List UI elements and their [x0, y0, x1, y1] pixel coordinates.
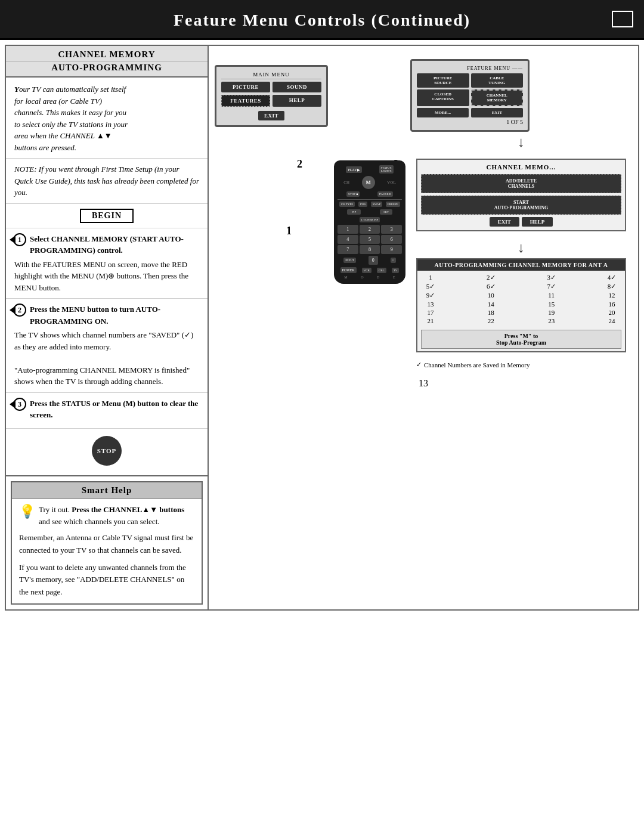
num-7: 7	[338, 245, 358, 254]
main-menu-label: MAIN MENU	[221, 72, 321, 79]
ch-label: CH	[343, 180, 349, 185]
step-3-header: 3 Press the STATUS or Menu (M) button to…	[13, 398, 200, 421]
cell-11: 11	[543, 292, 560, 299]
auto-prog-title: AUTO-PROGRAMMING CHANNEL MEMORY FOR ANT …	[417, 259, 625, 271]
right-column: 2 3 1 MAIN MENU PICTURE SOUND FEATURES H…	[209, 46, 638, 609]
checkmark-icon: ✓	[416, 361, 422, 368]
press-m-box: Press "M" toStop Auto-Program	[421, 330, 621, 349]
intro-line: Your TV can automatically set itself for…	[14, 85, 128, 152]
smart-help-tip3: If you want to delete any unwanted chann…	[19, 562, 194, 599]
remote-bottom-row: INPUT 0 ○	[338, 256, 402, 265]
tip1-rest: and see which channels you can select.	[39, 517, 160, 526]
num-9: 9	[381, 245, 402, 254]
cell-6: 6✓	[482, 283, 499, 290]
exit-btn: EXIT	[258, 111, 284, 120]
panel-exit-row: EXIT HELP	[421, 217, 621, 227]
cell-19: 19	[543, 309, 560, 316]
stop-btn-remote: STOP ■	[346, 191, 360, 197]
feature-tv-wrap: FEATURE MENU —— PICTURESOURCE CABLETUNIN…	[410, 59, 632, 132]
cable-btn: CBL	[377, 268, 386, 273]
cable-tuning-btn: CABLETUNING	[471, 73, 524, 88]
step-2-section: 2 Press the MENU button to turn AUTO-PRO…	[6, 299, 208, 393]
begin-label: BEGIN	[80, 209, 134, 223]
panel-help-btn: HELP	[522, 217, 553, 227]
header-title: Feature Menu Controls (Continued)	[174, 11, 470, 29]
channel-memory-btn: CHANNELMEMORY	[471, 89, 524, 106]
cell-23: 23	[543, 317, 560, 324]
arrow-down-2: ↓	[410, 240, 632, 256]
cell-15: 15	[543, 301, 560, 308]
vol-label: VOL	[387, 180, 395, 185]
help-btn: HELP	[273, 95, 321, 107]
step-2-body: The TV shows which channel numbers are "…	[13, 329, 200, 388]
cell-5: 5✓	[422, 283, 439, 290]
note-text: NOTE: If you went through First Time Set…	[6, 159, 208, 204]
closed-captions-btn: CLOSEDCAPTIONS	[417, 89, 469, 106]
mute-btn: ○	[391, 258, 396, 263]
cell-16: 16	[603, 301, 620, 308]
step-1-section: 1 Select CHANNEL MEMORY (START AUTO-PROG…	[6, 228, 208, 299]
remote-pause-row: STOP ■ PAUSE II	[338, 191, 402, 197]
swap-btn: SWAP	[371, 202, 382, 207]
auto-prog-table: 1 2✓ 3✓ 4✓ 5✓ 6✓ 7✓ 8✓ 9✓	[417, 271, 625, 327]
tuner-row: 1 TUNER PIP	[338, 217, 402, 222]
diagram-step-2: 2	[297, 158, 302, 171]
num-3: 3	[381, 225, 402, 234]
prog-row-3: 13 14 15 16	[422, 300, 620, 308]
prog-row-5: 21 22 23 24	[422, 317, 620, 325]
arrow-down-1: ↓	[410, 134, 632, 150]
page-number: 13	[209, 371, 638, 394]
step-1-body: With the FEATURES MENU on screen, move t…	[13, 259, 200, 294]
picture-source-btn: PICTURESOURCE	[417, 73, 469, 88]
freeze-btn: FREEZE	[386, 202, 400, 207]
num-6: 6	[381, 235, 402, 244]
tv-diagrams: 2 3 1 MAIN MENU PICTURE SOUND FEATURES H…	[209, 46, 638, 371]
step-3-title: Press the STATUS or Menu (M) button to c…	[30, 398, 200, 421]
smart-help-body: 💡 Try it out. Press the CHANNEL▲▼ button…	[12, 499, 202, 604]
main-menu-screen: MAIN MENU PICTURE SOUND FEATURES HELP EX…	[215, 65, 328, 127]
diagram-step-1: 1	[286, 225, 292, 237]
cell-24: 24	[603, 317, 620, 324]
step-3-circle: 3	[13, 398, 26, 411]
cell-13: 13	[422, 301, 439, 308]
exit-feature-btn: EXIT	[471, 108, 523, 117]
intro-text: Your TV can automatically set itself for…	[6, 78, 208, 159]
lightbulb-icon: 💡	[19, 505, 35, 518]
feature-menu-screen: FEATURE MENU —— PICTURESOURCE CABLETUNIN…	[410, 59, 530, 132]
input-btn: INPUT	[343, 258, 356, 263]
channel-memory-header: CHANNEL MEMORY	[6, 46, 208, 61]
cell-3: 3✓	[543, 274, 560, 281]
num-8: 8	[360, 245, 380, 254]
power-row: POWER VCR CBL TV	[338, 267, 402, 273]
cell-9: 9✓	[422, 292, 439, 299]
channel-mem-panel: CHANNEL MEMO... ADD/DELETECHANNELS START…	[416, 159, 626, 231]
step-3-section: 3 Press the STATUS or Menu (M) button to…	[6, 393, 208, 429]
vcr-btn: VCR	[362, 268, 371, 273]
cell-17: 17	[422, 309, 439, 316]
feature-grid: PICTURESOURCE CABLETUNING CLOSEDCAPTIONS…	[417, 73, 523, 106]
channel-note-text: Channel Numbers are Saved in Memory	[424, 361, 530, 368]
panel-buttons: ADD/DELETECHANNELS STARTAUTO-PROGRAMMING	[421, 174, 621, 215]
num-5: 5	[360, 235, 380, 244]
cell-21: 21	[422, 317, 439, 324]
features-btn: FEATURES	[221, 95, 270, 107]
num-1: 1	[338, 225, 358, 234]
step-2-circle: 2	[13, 303, 26, 317]
more-exit-row: MORE... EXIT	[417, 108, 523, 117]
smart-help-tip2: Remember, an Antenna or Cable TV signal …	[19, 532, 194, 557]
smart-help-header: Smart Help	[12, 482, 202, 499]
m-button: M	[362, 176, 375, 189]
cell-1: 1	[422, 274, 439, 281]
cell-8: 8✓	[603, 283, 620, 290]
tip1-bold: Try it out. Press the CHANNEL▲▼ buttons	[39, 505, 184, 514]
num-4: 4	[338, 235, 358, 244]
cell-22: 22	[482, 317, 499, 324]
num-0: 0	[369, 256, 378, 265]
prog-row-1: 5✓ 6✓ 7✓ 8✓	[422, 282, 620, 291]
pause-btn: PAUSE II	[377, 191, 393, 197]
more-btn: MORE...	[417, 108, 469, 117]
pos-btn: POS	[358, 202, 367, 207]
smart-help-text-1: Try it out. Press the CHANNEL▲▼ buttons …	[39, 504, 184, 529]
exit-row: EXIT	[221, 109, 321, 120]
channel-mem-title: CHANNEL MEMO...	[421, 163, 621, 171]
